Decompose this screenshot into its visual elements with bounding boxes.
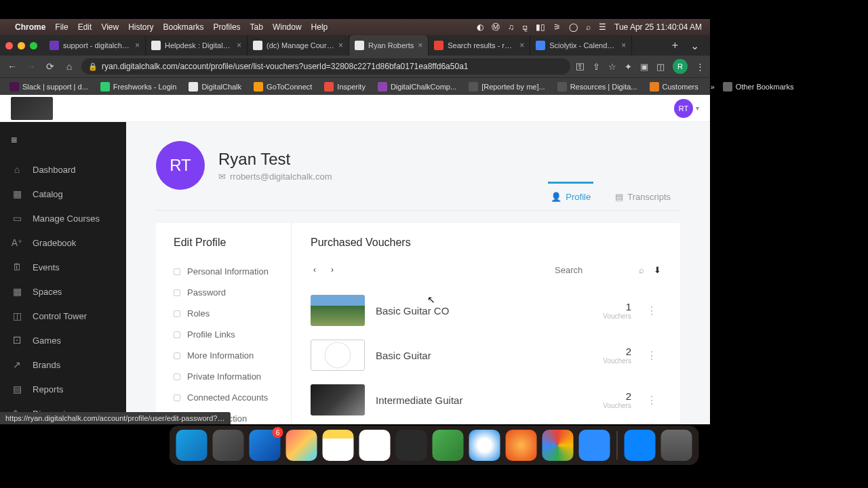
control-center-icon[interactable]: ☰	[599, 22, 606, 32]
voucher-prev-button[interactable]: ‹	[311, 264, 319, 276]
tab-profile[interactable]: 👤 Profile	[548, 182, 593, 210]
menu-bookmarks[interactable]: Bookmarks	[163, 22, 204, 32]
dock-firefox[interactable]	[506, 430, 537, 461]
minimize-window-button[interactable]	[18, 42, 25, 49]
edit-item-profile-links[interactable]: Profile Links	[174, 324, 291, 345]
voucher-row[interactable]: Intermediate Guitar2Vouchers⋮	[311, 378, 661, 422]
tab-close-icon[interactable]: ×	[135, 41, 140, 50]
bookmarks-overflow[interactable]: »	[711, 83, 715, 91]
edit-item-personal-information[interactable]: Personal Information	[174, 261, 291, 282]
bookmark-item[interactable]: [Reported by me]...	[465, 81, 549, 93]
bookmark-item[interactable]: Freshworks - Login	[96, 81, 181, 93]
browser-tab[interactable]: Helpdesk : DigitalChalk×	[146, 35, 248, 56]
sidebar-item-control-tower[interactable]: ◫Control Tower	[0, 304, 126, 328]
sidebar-item-games[interactable]: ⚀Games	[0, 328, 126, 352]
user-dropdown-icon[interactable]: ▾	[696, 104, 699, 112]
menu-history[interactable]: History	[128, 22, 153, 32]
reload-button[interactable]: ⟳	[43, 61, 57, 72]
voucher-search-input[interactable]	[555, 265, 629, 275]
forward-button[interactable]: →	[24, 61, 38, 72]
voucher-more-icon[interactable]: ⋮	[642, 394, 661, 407]
tab-close-icon[interactable]: ×	[519, 41, 524, 50]
bookmark-item[interactable]: GoToConnect	[250, 81, 316, 93]
bookmark-item[interactable]: Slack | support | d...	[5, 81, 92, 93]
voucher-row[interactable]: Basic Guitar2Vouchers⋮	[311, 333, 661, 378]
edit-item-connected-accounts[interactable]: Connected Accounts	[174, 387, 291, 408]
sidebar-item-reports[interactable]: ▤Reports	[0, 377, 126, 401]
chrome-profile-button[interactable]: R	[673, 59, 688, 74]
sidebar-item-gradebook[interactable]: A⁺Gradebook	[0, 230, 126, 255]
omnibox[interactable]: 🔒 ryan.digitalchalk.com/account/profile/…	[81, 58, 570, 75]
bookmark-item[interactable]: DigitalChalk	[184, 81, 245, 93]
menu-window[interactable]: Window	[273, 22, 302, 32]
menu-help[interactable]: Help	[311, 22, 328, 32]
sidebar-item-events[interactable]: 🗓Events	[0, 255, 126, 279]
edit-item-roles[interactable]: Roles	[174, 303, 291, 324]
home-button[interactable]: ⌂	[62, 61, 76, 72]
search-icon[interactable]: ⌕	[586, 22, 591, 32]
tab-transcripts[interactable]: ▤ Transcripts	[612, 182, 673, 210]
download-icon[interactable]: ⬇	[654, 265, 661, 275]
menu-edit[interactable]: Edit	[78, 22, 92, 32]
menu-tab[interactable]: Tab	[250, 22, 263, 32]
status-icon-1[interactable]: ◐	[477, 22, 484, 32]
user-icon[interactable]: ◯	[569, 22, 578, 32]
browser-tab[interactable]: support - digitalchalk - S×	[44, 35, 146, 56]
extension-icon-2[interactable]: ▣	[640, 62, 648, 72]
dock-launchpad[interactable]	[286, 430, 317, 461]
status-icon-2[interactable]: Ⓜ	[492, 22, 500, 33]
tab-close-icon[interactable]: ×	[418, 41, 422, 50]
dock-appstore[interactable]: 6	[250, 430, 281, 461]
chrome-menu-button[interactable]: ⋮	[696, 62, 705, 72]
tab-close-icon[interactable]: ×	[621, 41, 626, 50]
bookmark-item[interactable]: Resources | Digita...	[553, 81, 642, 93]
menubar-datetime[interactable]: Tue Apr 25 11:40:04 AM	[614, 22, 702, 32]
edit-item-private-information[interactable]: Private Information	[174, 366, 291, 387]
dock-numbers[interactable]	[433, 430, 464, 461]
dock-settings[interactable]	[213, 430, 244, 461]
dock-downloads[interactable]	[625, 430, 656, 461]
other-bookmarks[interactable]: Other Bookmarks	[719, 81, 798, 93]
sidebar-item-manage-courses[interactable]: ▭Manage Courses	[0, 206, 126, 230]
dock-chrome[interactable]	[542, 430, 574, 461]
voucher-more-icon[interactable]: ⋮	[642, 304, 661, 317]
menu-profiles[interactable]: Profiles	[214, 22, 241, 32]
app-logo[interactable]	[11, 97, 53, 120]
headphones-icon[interactable]: ♫	[508, 22, 514, 32]
dock-freeform[interactable]	[359, 430, 391, 461]
bluetooth-icon[interactable]: ⚼	[522, 22, 528, 32]
sidebar-item-brands[interactable]: ↗Brands	[0, 352, 126, 377]
dock-trash[interactable]	[661, 430, 692, 461]
voucher-row[interactable]: Basic Guitar CO1Vouchers⋮	[311, 288, 661, 333]
browser-tab[interactable]: (dc) Manage Courses×	[248, 35, 349, 56]
sidepanel-icon[interactable]: ◫	[656, 62, 665, 72]
sidebar-item-dashboard[interactable]: ⌂Dashboard	[0, 157, 126, 182]
browser-tab[interactable]: Ryan Roberts×	[349, 35, 429, 56]
bookmark-item[interactable]: Insperity	[320, 81, 370, 93]
voucher-next-button[interactable]: ›	[328, 264, 336, 276]
new-tab-button[interactable]: +	[665, 39, 685, 52]
sidebar-item-spaces[interactable]: ▦Spaces	[0, 279, 126, 304]
dock-notes[interactable]	[323, 430, 354, 461]
dock-finder[interactable]	[176, 430, 208, 461]
dock-zoom[interactable]	[579, 430, 610, 461]
tab-dropdown-button[interactable]: ⌄	[685, 39, 705, 52]
menu-file[interactable]: File	[55, 22, 68, 32]
back-button[interactable]: ←	[5, 61, 19, 72]
user-avatar-button[interactable]: RT	[674, 99, 693, 118]
tab-close-icon[interactable]: ×	[237, 41, 241, 50]
battery-icon[interactable]: ▮▯	[536, 22, 545, 32]
browser-tab[interactable]: Sciolytix - Calendar - Ap×	[530, 35, 632, 56]
key-icon[interactable]: ⚿	[576, 62, 585, 72]
search-icon[interactable]: ⌕	[639, 265, 644, 275]
close-window-button[interactable]	[5, 42, 13, 49]
menu-view[interactable]: View	[101, 22, 119, 32]
bookmark-item[interactable]: DigitalChalkComp...	[374, 81, 460, 93]
maximize-window-button[interactable]	[30, 42, 37, 49]
bookmark-item[interactable]: Customers	[646, 81, 703, 93]
tab-close-icon[interactable]: ×	[338, 41, 343, 50]
dock-safari[interactable]	[469, 430, 500, 461]
menubar-app[interactable]: Chrome	[15, 22, 45, 32]
sidebar-item-catalog[interactable]: ▦Catalog	[0, 182, 126, 206]
extensions-icon[interactable]: ✦	[625, 62, 632, 72]
